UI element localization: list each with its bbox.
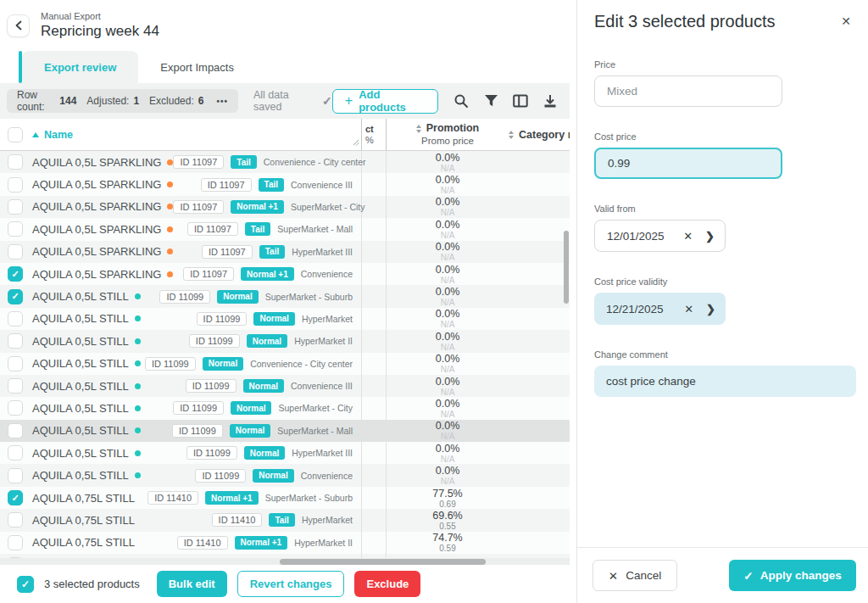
row-checkbox[interactable]: [8, 199, 23, 215]
row-checkbox[interactable]: [8, 468, 23, 483]
add-products-button[interactable]: + Add products: [332, 89, 438, 114]
table-row[interactable]: AQUILA 0,5L STILL ID 11099 Normal HyperM…: [0, 308, 570, 330]
table-row[interactable]: AQUILA 0,75L STILL ID 11410 Normal +1 Hy…: [0, 532, 570, 554]
back-button[interactable]: [7, 14, 30, 37]
bulk-edit-button[interactable]: Bulk edit: [157, 571, 227, 597]
segment-label: Convenience: [301, 269, 353, 279]
product-id-chip: ID 11099: [197, 312, 248, 326]
valid-from-input[interactable]: 12/01/2025 ✕ ❯: [594, 220, 726, 252]
row-checkbox[interactable]: [8, 512, 23, 528]
column-resize-handle[interactable]: [353, 137, 359, 148]
sort-ascending-icon: [32, 132, 39, 137]
row-checkbox[interactable]: ✓: [8, 490, 23, 505]
table-row[interactable]: AQUILA 0,5L SPARKLING ID 11097 Tail Conv…: [0, 173, 570, 195]
search-button[interactable]: [450, 90, 472, 112]
table-row[interactable]: AQUILA 0,5L STILL ID 11099 Normal Conven…: [0, 464, 570, 486]
segment-label: Convenience: [301, 471, 353, 481]
table-row[interactable]: AQUILA 0,5L STILL ID 11099 Normal SuperM…: [0, 420, 570, 442]
chevron-right-icon[interactable]: ❯: [706, 303, 715, 315]
download-button[interactable]: [539, 90, 561, 112]
select-all-checkbox[interactable]: [8, 127, 23, 142]
row-checkbox[interactable]: [8, 535, 23, 550]
product-status-dot: [167, 181, 173, 187]
tab-export-review[interactable]: Export review: [22, 51, 138, 83]
product-id-chip: ID 11099: [186, 446, 237, 460]
table-row[interactable]: AQUILA 0,5L STILL ID 11099 Normal SuperM…: [0, 397, 570, 419]
row-checkbox[interactable]: [8, 244, 23, 260]
clear-date-icon[interactable]: ✕: [684, 303, 693, 315]
promo-percent: 0.0%: [436, 175, 460, 186]
change-comment-input[interactable]: cost price change: [594, 366, 856, 397]
adjusted-value: 1: [133, 95, 139, 107]
row-checkbox[interactable]: [8, 221, 23, 237]
vertical-scrollbar-thumb[interactable]: [564, 231, 569, 304]
row-checkbox[interactable]: [8, 400, 23, 416]
table-row[interactable]: AQUILA 0,75L STILL ID 11410 Tail HyperMa…: [0, 509, 570, 531]
price-rule-badge: Normal: [244, 446, 285, 460]
product-id-chip: ID 11097: [187, 222, 238, 236]
promo-percent: 0.0%: [436, 220, 460, 231]
horizontal-scrollbar-thumb[interactable]: [280, 559, 486, 565]
product-name: AQUILA 0,5L STILL: [32, 447, 129, 460]
column-header-category-manager[interactable]: Category manag: [509, 119, 570, 150]
price-rule-badge: Normal: [247, 334, 287, 348]
column-header-promotion[interactable]: Promotion Promo price: [387, 119, 509, 150]
valid-from-label: Valid from: [594, 204, 856, 214]
row-checkbox[interactable]: [8, 423, 23, 438]
resize-grip-icon: [353, 139, 359, 146]
revert-changes-button[interactable]: Revert changes: [237, 571, 345, 597]
cancel-button[interactable]: ✕ Cancel: [593, 560, 677, 591]
table-row[interactable]: ✓ AQUILA 0,5L SPARKLING ID 11097 Normal …: [0, 263, 570, 285]
table-row[interactable]: AQUILA 0,5L SPARKLING ID 11097 Normal +1…: [0, 196, 570, 218]
more-options-icon[interactable]: •••: [216, 97, 228, 106]
table-row[interactable]: AQUILA 0,5L SPARKLING ID 11097 Tail Conv…: [0, 151, 570, 173]
filter-button[interactable]: [480, 90, 502, 112]
row-checkbox[interactable]: [8, 177, 23, 193]
promo-sub-value: N/A: [441, 343, 455, 352]
row-checkbox[interactable]: [8, 445, 23, 461]
row-checkbox[interactable]: [8, 333, 23, 349]
breadcrumb: Manual Export: [41, 11, 159, 23]
table-row[interactable]: AQUILA 0,5L STILL ID 11099 Normal Conven…: [0, 375, 570, 397]
page-title: Repricing week 44: [41, 22, 159, 40]
panel-footer: ✕ Cancel ✓ Apply changes: [577, 547, 868, 603]
table-row[interactable]: AQUILA 0,5L STILL ID 11099 Normal HyperM…: [0, 442, 570, 464]
column-header-impact-clipped[interactable]: ct %: [362, 119, 387, 150]
table-row[interactable]: AQUILA 0,5L SPARKLING ID 11097 Tail Hype…: [0, 241, 570, 263]
selection-checkbox[interactable]: ✓: [17, 576, 34, 593]
sort-icon: [416, 125, 421, 133]
table-row[interactable]: AQUILA 0,5L STILL ID 11099 Normal Conven…: [0, 353, 570, 375]
selected-count-text: 3 selected products: [44, 578, 140, 590]
table-row[interactable]: ✓ AQUILA 0,75L STILL ID 11410 Normal +1 …: [0, 487, 570, 509]
save-status: All data saved ✓: [253, 89, 332, 113]
row-checkbox[interactable]: [8, 378, 23, 394]
promo-percent: 0.0%: [436, 242, 460, 253]
price-rule-badge: Normal +1: [231, 200, 284, 214]
horizontal-scrollbar[interactable]: [0, 558, 570, 565]
row-checkbox[interactable]: [8, 311, 23, 327]
price-rule-badge: Tail: [259, 245, 285, 259]
column-header-name[interactable]: Name: [32, 129, 73, 141]
close-icon[interactable]: ✕: [836, 12, 856, 31]
table-row[interactable]: AQUILA 0,5L STILL ID 11099 Normal HyperM…: [0, 330, 570, 352]
clear-date-icon[interactable]: ✕: [683, 230, 693, 243]
exclude-button[interactable]: Exclude: [354, 571, 420, 597]
price-input[interactable]: Mixed: [594, 75, 782, 107]
promo-sub-value: 0.69: [439, 500, 455, 509]
cost-price-input[interactable]: 0.99: [594, 148, 782, 179]
plus-icon: +: [345, 94, 353, 108]
promo-percent: 0.0%: [436, 265, 460, 276]
row-checkbox[interactable]: ✓: [8, 289, 23, 304]
cost-price-validity-input[interactable]: 12/21/2025 ✕ ❯: [594, 293, 726, 325]
row-checkbox[interactable]: [8, 154, 23, 170]
price-rule-badge: Normal +1: [205, 491, 259, 505]
row-checkbox[interactable]: [8, 356, 23, 371]
table-row[interactable]: ✓ AQUILA 0,5L STILL ID 11099 Normal Supe…: [0, 285, 570, 307]
tab-export-impacts[interactable]: Export Impacts: [138, 51, 256, 83]
row-checkbox[interactable]: ✓: [8, 266, 23, 282]
apply-changes-button[interactable]: ✓ Apply changes: [729, 560, 856, 591]
promo-sub-value: N/A: [441, 208, 455, 217]
columns-button[interactable]: [509, 90, 531, 112]
table-row[interactable]: AQUILA 0,5L SPARKLING ID 11097 Tail Supe…: [0, 218, 570, 240]
chevron-right-icon[interactable]: ❯: [705, 230, 715, 243]
